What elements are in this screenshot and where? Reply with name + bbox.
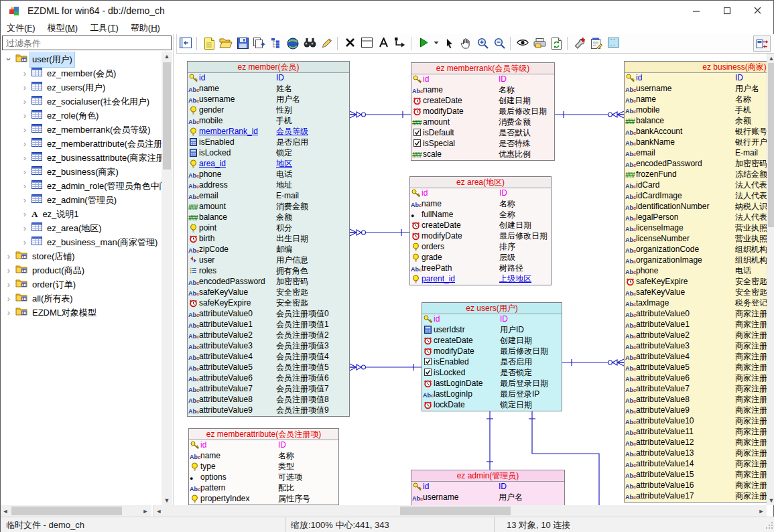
tree-vertical-scrollbar[interactable]: ▲ ▼ (162, 52, 172, 505)
entity-table[interactable]: ez admin(管理员)idIDAbcusername用户名 (411, 470, 565, 505)
field-row[interactable]: AbcidCardImage法人代表 (625, 191, 767, 202)
field-row[interactable]: AbcidentificationNumber纳税人识 (625, 202, 767, 212)
collapse-arrow-icon[interactable]: › (21, 123, 29, 137)
field-row[interactable]: isLocked是否锁定 (422, 368, 562, 379)
field-row[interactable]: createDate创建日期 (422, 336, 562, 346)
field-row[interactable]: Abcpattern配比 (189, 483, 338, 494)
field-row[interactable]: modifyDate最后修改日期 (410, 231, 551, 242)
tree-item-label[interactable]: ez_business_man(商家管理) (45, 235, 159, 250)
tree-item-label[interactable]: ez_admin(管理员) (45, 192, 119, 208)
field-row[interactable]: AbcsafeKeyValue安全密匙 (625, 287, 767, 298)
collapse-arrow-icon[interactable]: › (5, 263, 13, 277)
field-row[interactable]: AbcattributeValue16商家注册 (625, 480, 767, 491)
tree-horizontal-scrollbar[interactable]: ◄ ► (1, 505, 151, 517)
resize-grip[interactable] (765, 521, 773, 531)
field-row[interactable]: orders排序 (410, 242, 551, 253)
field-row[interactable]: AbctreePath树路径 (410, 263, 551, 274)
field-row[interactable]: AbcattributeValue1商家注册 (625, 320, 767, 330)
field-row[interactable]: safeKeyExpire安全密匙 (625, 277, 767, 287)
tree-item[interactable]: ›ez_admin_role(管理员角色中间表) (1, 178, 162, 192)
collapse-arrow-icon[interactable]: › (5, 249, 13, 263)
field-row[interactable]: birth出生日期 (188, 234, 349, 245)
entity-table[interactable]: ez area(地区)idIDAbcname名称●fullName全称creat… (409, 176, 552, 285)
field-row[interactable]: AbcattributeValue9商家注册 (625, 405, 767, 416)
collapse-arrow-icon[interactable]: › (21, 165, 29, 179)
tree-item[interactable]: ›ez_role(角色) (1, 108, 162, 122)
field-row[interactable]: AbcattributeValue6商家注册 (625, 373, 767, 384)
field-row[interactable]: AbcbankName银行开户 (625, 137, 767, 148)
field-row[interactable]: AbcattributeValue0商家注册 (625, 309, 767, 320)
tree-item-label[interactable]: order(订单) (30, 277, 78, 292)
entity-table-title[interactable]: ez business(商家) (625, 62, 767, 73)
field-row[interactable]: ###balance余额 (188, 212, 349, 223)
field-row[interactable]: Abcaddress地址 (188, 180, 349, 191)
tree-item[interactable]: ›all(所有表) (1, 291, 162, 305)
field-row[interactable]: Abcname名称 (411, 85, 554, 96)
field-row[interactable]: idID (189, 440, 338, 451)
field-row[interactable]: ###amount消费金额 (411, 117, 554, 128)
tree-item[interactable]: ›ez_users(用户) (1, 80, 162, 94)
zoom-in-button[interactable] (474, 36, 491, 52)
tree-item-label[interactable]: ez_说明1 (40, 206, 80, 222)
minimize-button[interactable] (681, 1, 712, 21)
field-row[interactable]: isSpecial是否特殊 (411, 139, 554, 149)
menu-item-T[interactable]: 工具(T) (84, 21, 125, 34)
tree-item-label[interactable]: ez_area(地区) (45, 220, 104, 236)
field-row[interactable]: idID (411, 482, 564, 492)
field-row[interactable]: AbclegalPerson法人代表 (625, 212, 767, 223)
field-row[interactable]: Abcname名称 (625, 94, 767, 105)
collapse-arrow-icon[interactable]: › (21, 235, 29, 249)
entity-table-title[interactable]: ez admin(管理员) (411, 470, 564, 482)
field-row[interactable]: AbcattributeValue4商家注册 (625, 352, 767, 362)
tree-item[interactable]: ›EZDML对象模型 (1, 305, 162, 319)
field-row[interactable]: lastLoginDate最后登录日期 (422, 379, 562, 389)
field-row[interactable]: point积分 (188, 223, 349, 234)
delete-button[interactable] (342, 36, 358, 52)
view-button[interactable] (515, 36, 531, 52)
filter-input[interactable] (2, 36, 172, 50)
field-row[interactable]: ●options可选项 (189, 472, 338, 483)
field-row[interactable]: Abcname名称 (410, 199, 551, 210)
field-row[interactable]: idID (411, 74, 554, 85)
field-row[interactable]: area_id地区 (188, 159, 349, 170)
zoom-out-button[interactable] (491, 36, 507, 52)
entity-table-title[interactable]: ez memberrank(会员等级) (411, 63, 554, 74)
field-row[interactable]: gender性别 (188, 105, 349, 116)
entity-table-title[interactable]: ez users(用户) (422, 303, 562, 314)
field-row[interactable]: Abcusername用户名 (411, 492, 564, 503)
field-row[interactable]: modifyDate最后修改日期 (422, 346, 562, 357)
field-row[interactable]: grade层级 (410, 253, 551, 263)
field-row[interactable]: Abcname姓名 (188, 84, 349, 94)
field-row[interactable]: lockDate锁定日期 (422, 400, 562, 411)
tree-item[interactable]: ›ez_admin(管理员) (1, 192, 162, 206)
diagram-canvas[interactable]: ez member(会员)idIDAbcname姓名Abcusername用户名… (176, 54, 767, 505)
field-row[interactable]: AbcattributeValue6会员注册项值6 (188, 373, 349, 384)
tree-item-label[interactable]: EZDML对象模型 (30, 305, 99, 320)
canvas-vertical-scrollbar[interactable]: ▲ ▼ (767, 54, 774, 505)
field-row[interactable]: AbcattributeValue13商家注册 (625, 448, 767, 459)
field-row[interactable]: AbcattributeValue5商家注册 (625, 362, 767, 373)
field-row[interactable]: ###amount消费金额 (188, 202, 349, 212)
refresh-button[interactable] (548, 36, 564, 52)
field-row[interactable]: idID (625, 73, 767, 84)
field-row[interactable]: AbcattributeValue2商家注册 (625, 330, 767, 341)
tree-item-label[interactable]: user(用户) (30, 52, 74, 67)
field-row[interactable]: Abcusername用户名 (188, 94, 349, 105)
field-row[interactable]: user用户信息 (188, 255, 349, 266)
field-row[interactable]: AbcattributeValue17商家注册 (625, 491, 767, 502)
field-row[interactable]: AbcattributeValue9会员注册项值9 (188, 405, 349, 416)
tree-item-label[interactable]: ez_socialuser(社会化用户) (45, 94, 151, 109)
field-row[interactable]: roles拥有角色 (188, 266, 349, 277)
relation-connector[interactable] (350, 364, 422, 371)
field-row[interactable]: AbcorganizationCode组织机构 (625, 245, 767, 255)
collapse-arrow-icon[interactable]: › (5, 277, 13, 291)
entity-table[interactable]: ez member(会员)idIDAbcname姓名Abcusername用户名… (187, 61, 350, 417)
field-row[interactable]: parent_id上级地区 (410, 274, 551, 285)
field-row[interactable]: ###balance余额 (625, 116, 767, 127)
tree-item[interactable]: ›user(用户) (1, 52, 162, 66)
tree-item-label[interactable]: product(商品) (30, 263, 86, 278)
field-row[interactable]: AbcattributeValue1会员注册项值1 (188, 320, 349, 330)
collapse-arrow-icon[interactable]: › (21, 137, 29, 151)
tree-item[interactable]: ›Aez_说明1 (1, 206, 162, 220)
field-row[interactable]: AbcattributeValue2会员注册项值2 (188, 330, 349, 341)
